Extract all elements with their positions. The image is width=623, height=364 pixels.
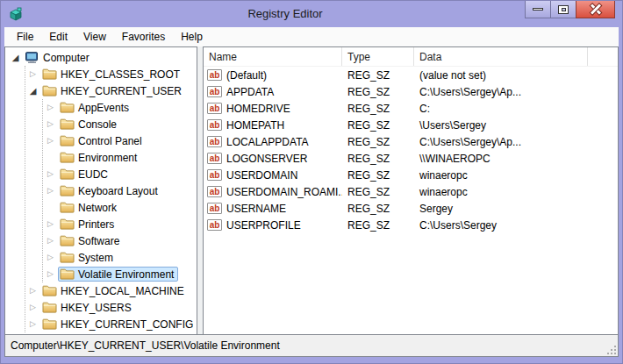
- value-row-localappdata[interactable]: abLOCALAPPDATAREG_SZC:\Users\Sergey\Ap..…: [204, 133, 618, 150]
- expand-arrow-icon[interactable]: ▷: [43, 249, 58, 266]
- value-type: REG_SZ: [342, 169, 414, 182]
- menu-item-view[interactable]: View: [75, 27, 114, 46]
- tree-item-printers[interactable]: ▷Printers: [43, 216, 197, 232]
- folder-icon: [60, 252, 76, 263]
- value-name: USERDOMAIN: [226, 169, 297, 182]
- expand-arrow-icon[interactable]: ▷: [43, 182, 58, 199]
- menu-item-edit[interactable]: Edit: [41, 27, 75, 46]
- value-row-appdata[interactable]: abAPPDATAREG_SZC:\Users\Sergey\Ap...: [204, 83, 618, 100]
- string-value-ab-icon: ab: [207, 69, 222, 81]
- expand-arrow-icon[interactable]: ▷: [43, 99, 58, 116]
- expand-arrow-icon[interactable]: ▷: [43, 132, 58, 149]
- value-name: LOCALAPPDATA: [226, 136, 309, 148]
- expand-arrow-icon[interactable]: ▷: [25, 282, 40, 299]
- tree-item-label: Printers: [76, 218, 114, 231]
- tree-item-content: Environment: [58, 150, 141, 165]
- column-header-type[interactable]: Type: [342, 47, 414, 66]
- tree-item-hkey-current-user[interactable]: ◢HKEY_CURRENT_USER: [25, 82, 197, 99]
- menu-bar: FileEditViewFavoritesHelp: [4, 27, 619, 46]
- value-row-userdomain[interactable]: abUSERDOMAINREG_SZwinaeropc: [204, 167, 618, 183]
- tree-item-system[interactable]: ▷System: [43, 249, 197, 266]
- minimize-button[interactable]: [525, 1, 551, 18]
- tree-item-content: Keyboard Layout: [58, 183, 162, 198]
- value-row-homepath[interactable]: abHOMEPATHREG_SZ\Users\Sergey: [204, 117, 618, 133]
- menu-item-favorites[interactable]: Favorites: [114, 27, 173, 46]
- folder-icon: [60, 202, 76, 213]
- expand-arrow-icon[interactable]: ▷: [43, 166, 58, 182]
- tree-item-content: HKEY_CLASSES_ROOT: [40, 67, 184, 82]
- window-controls: [525, 1, 615, 18]
- tree-item-label: HKEY_CURRENT_CONFIG: [59, 318, 193, 331]
- value-name-cell: ab(Default): [204, 69, 342, 82]
- collapse-arrow-icon[interactable]: ◢: [8, 49, 23, 66]
- value-type: REG_SZ: [342, 219, 414, 232]
- menu-item-help[interactable]: Help: [173, 27, 211, 46]
- tree-item-content: AppEvents: [58, 100, 133, 115]
- tree-item-software[interactable]: ▷Software: [43, 232, 197, 249]
- computer-icon: [25, 52, 41, 63]
- value-row-username[interactable]: abUSERNAMEREG_SZSergey: [204, 200, 618, 217]
- value-row-userdomain-roami[interactable]: abUSERDOMAIN_ROAMI...REG_SZwinaeropc: [204, 183, 618, 200]
- window-title: Registry Editor: [54, 1, 517, 27]
- value-name: USERPROFILE: [226, 219, 301, 232]
- folder-icon: [60, 185, 76, 196]
- value-type: REG_SZ: [342, 103, 414, 115]
- tree-item-label: Computer: [41, 52, 90, 64]
- value-row-logonserver[interactable]: abLOGONSERVERREG_SZ\\WINAEROPC: [204, 150, 618, 167]
- collapse-arrow-icon[interactable]: ◢: [25, 82, 40, 99]
- expand-arrow-icon[interactable]: ▷: [25, 299, 40, 316]
- expand-arrow-icon[interactable]: ▷: [43, 216, 58, 232]
- expand-arrow-icon[interactable]: ▷: [25, 66, 40, 82]
- tree-item-keyboard-layout[interactable]: ▷Keyboard Layout: [43, 182, 197, 199]
- tree-item-content: Software: [58, 233, 124, 248]
- tree-item-label: HKEY_USERS: [59, 302, 132, 314]
- tree-item-hkey-classes-root[interactable]: ▷HKEY_CLASSES_ROOT: [25, 66, 197, 82]
- status-bar: Computer\HKEY_CURRENT_USER\Volatile Envi…: [4, 334, 619, 357]
- folder-icon: [42, 85, 59, 96]
- tree-item-volatile-environment[interactable]: ▷Volatile Environment: [43, 266, 197, 282]
- expand-arrow-icon[interactable]: ▷: [43, 232, 58, 249]
- tree-item-appevents[interactable]: ▷AppEvents: [43, 99, 197, 116]
- column-header-name[interactable]: Name: [204, 47, 342, 66]
- expand-arrow-icon[interactable]: ▷: [25, 316, 40, 332]
- folder-icon: [60, 135, 76, 146]
- tree-item-content: Printers: [58, 217, 118, 232]
- tree-item-label: HKEY_LOCAL_MACHINE: [59, 285, 184, 297]
- tree-item-content: Computer: [23, 50, 94, 65]
- tree-item-console[interactable]: ▷Console: [43, 116, 197, 132]
- expand-arrow-icon[interactable]: ▷: [43, 116, 58, 132]
- tree-item-computer[interactable]: ◢Computer: [8, 49, 197, 66]
- folder-icon: [60, 235, 76, 246]
- folder-icon: [42, 285, 59, 296]
- expand-arrow-icon[interactable]: ▷: [43, 266, 58, 282]
- column-header-data[interactable]: Data: [414, 47, 588, 66]
- tree-item-label: AppEvents: [76, 102, 129, 114]
- tree-item-hkey-local-machine[interactable]: ▷HKEY_LOCAL_MACHINE: [25, 282, 197, 299]
- tree-item-hkey-current-config[interactable]: ▷HKEY_CURRENT_CONFIG: [25, 316, 197, 332]
- value-row-userprofile[interactable]: abUSERPROFILEREG_SZC:\Users\Sergey: [204, 217, 618, 233]
- tree-item-hkey-users[interactable]: ▷HKEY_USERS: [25, 299, 197, 316]
- value-row-default[interactable]: ab(Default)REG_SZ(value not set): [204, 67, 618, 83]
- value-data: \Users\Sergey: [414, 119, 618, 132]
- tree-item-label: Software: [76, 235, 119, 247]
- tree-item-eudc[interactable]: ▷EUDC: [43, 166, 197, 182]
- list-rows: ab(Default)REG_SZ(value not set)abAPPDAT…: [204, 67, 618, 233]
- tree-item-network[interactable]: Network: [43, 199, 197, 216]
- folder-icon: [60, 168, 76, 180]
- value-name: LOGONSERVER: [226, 153, 307, 165]
- tree-item-control-panel[interactable]: ▷Control Panel: [43, 132, 197, 149]
- resize-grip[interactable]: [606, 345, 616, 354]
- column-header-filler: [588, 47, 618, 66]
- menu-item-file[interactable]: File: [9, 27, 41, 46]
- value-row-homedrive[interactable]: abHOMEDRIVEREG_SZC:: [204, 100, 618, 117]
- close-button[interactable]: [576, 1, 615, 18]
- value-name-cell: abUSERPROFILE: [204, 219, 342, 232]
- tree-item-label: System: [76, 252, 113, 264]
- tree-item-label: EUDC: [76, 168, 108, 181]
- tree-item-label: HKEY_CURRENT_USER: [59, 85, 182, 97]
- tree-item-label: Control Panel: [76, 135, 142, 147]
- tree-item-environment[interactable]: Environment: [43, 149, 197, 166]
- value-name-cell: abLOCALAPPDATA: [204, 136, 342, 148]
- string-value-ab-icon: ab: [207, 169, 222, 181]
- maximize-button[interactable]: [550, 1, 576, 18]
